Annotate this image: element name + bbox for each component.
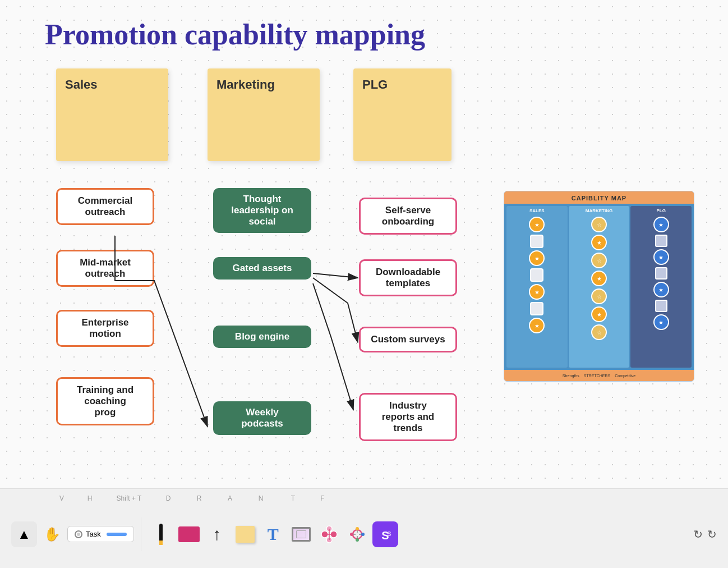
weekly-podcasts-box[interactable]: Weeklypodcasts (213, 401, 311, 435)
ss-logo: S s (372, 521, 398, 547)
cap-col-marketing: MARKETING ☆ ★ ☆ ★ ☆ ★ ☆ (569, 206, 630, 368)
key-shift-t: Shift + T (104, 494, 154, 502)
cap-map-footer: Strengths STRETCHERS Competitive (504, 370, 694, 381)
footer-competitive: Competitive (615, 374, 635, 378)
cap-col-sales: SALES ★ ★ ★ ★ (506, 206, 568, 368)
sticky-marketing: Marketing (208, 68, 320, 161)
marketing-label: Marketing (216, 77, 275, 91)
undo-redo-area: ↺ ↻ (693, 516, 717, 541)
svg-point-10 (356, 538, 359, 542)
cap-col-sales-header: SALES (529, 208, 545, 213)
cap-map-body: SALES ★ ★ ★ ★ MARKETING ☆ ★ ☆ ★ ☆ (504, 204, 694, 370)
cap-col-plg-header: PLG (656, 208, 665, 213)
cap-pnode-1: ★ (653, 217, 669, 232)
cap-icon-2 (530, 268, 543, 282)
sales-label: Sales (65, 77, 98, 91)
cap-picon-3 (655, 300, 667, 312)
arrow-tool[interactable]: ↑ (204, 521, 230, 547)
cap-pnode-2: ★ (653, 249, 669, 265)
cap-mnode-1: ☆ (591, 217, 607, 232)
rect-icon (178, 526, 200, 542)
main-canvas: Promotion capability mapping Sales Marke… (0, 0, 728, 488)
cursor-tool[interactable]: ▲ (11, 521, 37, 547)
svg-text:s: s (387, 529, 391, 538)
cap-node-2: ★ (529, 250, 545, 266)
sticky-sales: Sales (56, 68, 168, 161)
pen-tool[interactable] (148, 521, 174, 547)
key-n: N (244, 494, 278, 502)
commercial-outreach-box[interactable]: Commercialoutreach (56, 188, 154, 225)
svg-point-11 (350, 533, 353, 536)
key-f: F (308, 494, 337, 502)
cap-mnode-5: ☆ (591, 288, 607, 304)
blog-engine-box[interactable]: Blog engine (213, 326, 311, 348)
frame-icon (292, 527, 311, 542)
sticky-plg: PLG (353, 68, 451, 161)
cap-icon-1 (530, 235, 543, 248)
apps-icon (346, 523, 368, 546)
cap-icon-3 (530, 302, 543, 315)
footer-strengths: Strengths (563, 374, 579, 378)
divider-1 (141, 517, 141, 551)
mid-market-outreach-box[interactable]: Mid-marketoutreach (56, 250, 154, 287)
text-tool[interactable]: T (260, 521, 286, 547)
cap-picon-2 (655, 267, 667, 280)
key-a: A (216, 494, 244, 502)
note-tool[interactable] (232, 521, 258, 547)
key-t: T (278, 494, 308, 502)
cap-pnode-4: ★ (653, 314, 669, 330)
enterprise-motion-box[interactable]: Enterprisemotion (56, 310, 154, 347)
pen-icon (159, 524, 163, 545)
downloadable-templates-box[interactable]: Downloadabletemplates (359, 259, 457, 296)
toolbar: V H Shift + T D R A N T F ▲ ✋ Task (0, 488, 728, 568)
rectangle-tool[interactable] (176, 521, 202, 547)
custom-surveys-box[interactable]: Custom surveys (359, 327, 457, 352)
cap-node-4: ★ (529, 318, 545, 333)
cap-picon-1 (655, 235, 667, 247)
note-icon (236, 526, 255, 543)
toolbar-key-hints: V H Shift + T D R A N T F (48, 494, 552, 502)
svg-point-8 (356, 527, 359, 530)
gated-assets-box[interactable]: Gated assets (213, 257, 311, 280)
key-d: D (154, 494, 182, 502)
cap-col-marketing-header: MARKETING (586, 208, 612, 213)
redo-button[interactable]: ↻ (707, 528, 717, 541)
tools-row: ▲ ✋ Task ↑ T (11, 517, 398, 551)
hand-tool[interactable]: ✋ (39, 521, 65, 547)
cap-mnode-7: ☆ (591, 324, 607, 340)
cap-node-3: ★ (529, 284, 545, 300)
page-title: Promotion capability mapping (45, 18, 425, 51)
footer-stretchers: STRETCHERS (584, 374, 610, 378)
cap-map-title: CAPIBLITY MAP (504, 191, 694, 204)
ss-logo-tool[interactable]: S s (372, 521, 398, 547)
task-label: Task (86, 530, 101, 538)
industry-reports-box[interactable]: Industryreports andtrends (359, 393, 457, 441)
svg-point-9 (361, 533, 365, 536)
cap-pnode-3: ★ (653, 282, 669, 297)
plg-label: PLG (362, 77, 388, 91)
self-serve-box[interactable]: Self-serveonboarding (359, 198, 457, 235)
key-h: H (76, 494, 104, 502)
task-dot-inner (77, 533, 80, 536)
cap-mnode-6: ★ (591, 306, 607, 322)
cap-col-plg: PLG ★ ★ ★ ★ (630, 206, 692, 368)
component-icon (318, 523, 340, 546)
component-tool[interactable] (316, 521, 342, 547)
task-dot (75, 530, 82, 538)
capability-map: CAPIBLITY MAP SALES ★ ★ ★ ★ MARKETING ☆ (504, 191, 694, 382)
cap-mnode-2: ★ (591, 235, 607, 250)
cap-node-1: ★ (529, 217, 545, 232)
training-coaching-box[interactable]: Training andcoachingprog (56, 377, 154, 425)
frame-inner (296, 530, 306, 538)
task-progress (107, 533, 127, 536)
cap-mnode-4: ★ (591, 271, 607, 286)
task-selector[interactable]: Task (67, 526, 134, 542)
key-r: R (182, 494, 216, 502)
cap-mnode-3: ☆ (591, 253, 607, 268)
key-v: V (48, 494, 76, 502)
undo-button[interactable]: ↺ (693, 528, 703, 541)
thought-leadership-box[interactable]: Thoughtleadership onsocial (213, 188, 311, 233)
apps-tool[interactable] (344, 521, 370, 547)
frame-tool[interactable] (288, 521, 314, 547)
